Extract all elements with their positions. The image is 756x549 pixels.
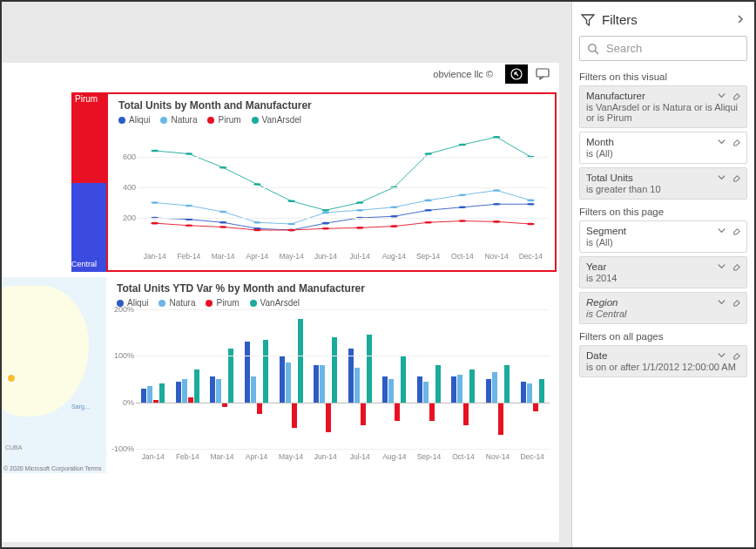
bar[interactable] [280,356,285,402]
legend-item[interactable]: Aliqui [118,115,150,125]
svg-point-39 [186,152,192,155]
filter-card[interactable]: Total Unitsis greater than 10 [579,167,747,200]
bar[interactable] [451,376,456,402]
bar[interactable] [423,382,429,403]
bar[interactable] [348,349,354,402]
bar[interactable] [486,379,491,403]
clear-filter-button[interactable] [732,91,741,102]
svg-rect-1 [537,69,549,77]
legend-item[interactable]: VanArsdel [250,298,300,308]
clear-filter-button[interactable] [732,137,741,148]
legend-item[interactable]: VanArsdel [252,115,301,125]
bar[interactable] [257,403,262,414]
treemap-blue-tile[interactable] [71,183,106,272]
bar[interactable] [147,386,152,403]
bar[interactable] [388,379,394,403]
map-attribution: © 2020 Microsoft Corporation Terms [3,465,101,471]
filter-card[interactable]: Segmentis (All) [579,220,747,253]
bar[interactable] [216,379,221,403]
bar[interactable] [251,376,256,402]
map-visual[interactable]: Sarg... CUBA © 2020 Microsoft Corporatio… [2,277,106,473]
bar[interactable] [367,335,372,402]
x-tick: May-14 [273,449,308,461]
bar-chart-visual[interactable]: Total Units YTD Var % by Month and Manuf… [106,277,557,473]
legend-label: Aliqui [129,115,150,125]
bar[interactable] [504,365,510,403]
bar[interactable] [141,389,146,403]
expand-filter-button[interactable] [717,137,726,148]
bar[interactable] [159,383,165,402]
x-tick: Aug-14 [377,449,412,461]
legend-item[interactable]: Pirum [207,115,240,125]
filter-card[interactable]: Regionis Central [579,292,747,324]
bar[interactable] [194,369,199,402]
bar[interactable] [498,403,503,435]
x-tick: Apr-14 [240,248,274,261]
expand-filter-button[interactable] [717,91,726,102]
expand-filter-button[interactable] [717,173,726,184]
legend-item[interactable]: Natura [159,298,195,308]
bar[interactable] [263,340,268,403]
bar[interactable] [417,376,422,402]
filters-search-input[interactable]: Search [579,36,747,61]
y-tick: 600 [123,152,136,161]
line-chart-visual[interactable]: Total Units by Month and Manufacturer Al… [106,92,557,272]
bar[interactable] [354,368,360,403]
clear-filter-button[interactable] [732,226,741,237]
bar[interactable] [463,403,469,426]
bar[interactable] [457,375,462,403]
clear-filter-button[interactable] [732,297,741,308]
bar[interactable] [429,403,435,421]
bar[interactable] [435,365,441,403]
x-tick: Nov-14 [481,449,516,461]
bar[interactable] [395,403,400,421]
bar[interactable] [320,365,325,403]
comment-button[interactable] [533,66,552,82]
bar[interactable] [332,337,337,403]
legend-dot-icon [118,117,125,124]
bar[interactable] [361,403,366,426]
expand-filter-button[interactable] [717,297,726,308]
bar[interactable] [382,376,388,402]
svg-point-4 [219,221,226,224]
expand-filter-button[interactable] [717,226,726,237]
expand-filter-button[interactable] [717,261,726,273]
treemap-pirum-tile[interactable]: Pirum [71,92,106,183]
bar[interactable] [298,319,303,403]
collapse-panel-button[interactable] [735,12,746,27]
bar[interactable] [533,403,538,412]
bar[interactable] [314,365,319,403]
clear-filter-button[interactable] [732,173,741,184]
bar[interactable] [245,342,250,402]
filter-card[interactable]: Yearis 2014 [579,256,747,288]
bar[interactable] [286,363,291,402]
bar[interactable] [326,403,331,433]
bar[interactable] [292,403,297,428]
svg-point-20 [356,209,363,212]
line-chart-plot: 200400600 [138,126,548,248]
bar[interactable] [210,376,215,402]
bar[interactable] [401,356,406,402]
filters-header[interactable]: Filters [579,9,747,36]
expand-filter-button[interactable] [717,350,726,362]
legend-item[interactable]: Natura [160,115,197,125]
clear-filter-button[interactable] [732,261,741,273]
bar[interactable] [228,349,233,402]
filter-card[interactable]: Manufactureris VanArsdel or is Natura or… [579,85,747,128]
bar[interactable] [469,369,475,402]
filter-desc: is on or after 1/1/2012 12:00:00 AM [586,362,740,372]
bar[interactable] [539,379,544,403]
filter-card[interactable]: Monthis (All) [579,132,747,164]
drill-up-button[interactable] [505,64,528,84]
legend-label: Natura [169,298,195,308]
bar[interactable] [521,382,526,403]
bar[interactable] [182,379,187,403]
funnel-icon [581,13,595,27]
filter-card[interactable]: Dateis on or after 1/1/2012 12:00:00 AM [579,345,747,377]
clear-filter-button[interactable] [732,350,741,362]
bar[interactable] [527,383,532,402]
bar[interactable] [176,382,181,403]
bar[interactable] [492,372,497,403]
legend-item[interactable]: Pirum [206,298,239,308]
x-tick: Jun-14 [308,248,342,261]
